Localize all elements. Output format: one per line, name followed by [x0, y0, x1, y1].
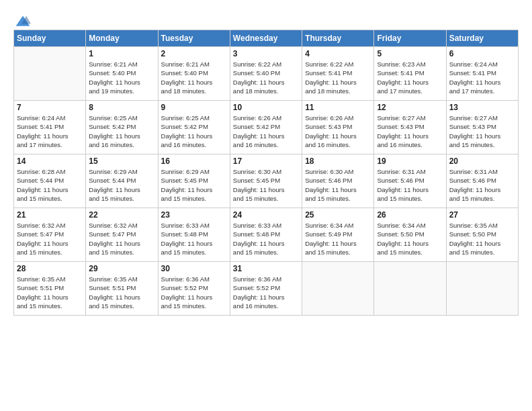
header-day-sunday: Sunday: [14, 30, 86, 47]
cell-day-number: 31: [233, 264, 299, 273]
cell-info: Sunrise: 6:26 AMSunset: 5:42 PMDaylight:…: [233, 113, 299, 149]
calendar-cell: 4Sunrise: 6:22 AMSunset: 5:41 PMDaylight…: [302, 47, 374, 101]
header-day-tuesday: Tuesday: [158, 30, 230, 47]
calendar-header-row: SundayMondayTuesdayWednesdayThursdayFrid…: [14, 30, 519, 47]
cell-info: Sunrise: 6:22 AMSunset: 5:41 PMDaylight:…: [305, 60, 371, 95]
cell-info: Sunrise: 6:35 AMSunset: 5:50 PMDaylight:…: [449, 221, 515, 257]
calendar-cell: 15Sunrise: 6:29 AMSunset: 5:44 PMDayligh…: [86, 154, 158, 208]
cell-info: Sunrise: 6:34 AMSunset: 5:50 PMDaylight:…: [377, 221, 443, 257]
header-day-thursday: Thursday: [302, 30, 374, 47]
header-day-wednesday: Wednesday: [230, 30, 302, 47]
calendar-cell: 13Sunrise: 6:27 AMSunset: 5:43 PMDayligh…: [446, 101, 518, 154]
calendar-week-row: 21Sunrise: 6:32 AMSunset: 5:47 PMDayligh…: [14, 208, 519, 262]
calendar-cell: [14, 47, 86, 101]
cell-day-number: 27: [449, 210, 515, 220]
calendar-body: 1Sunrise: 6:21 AMSunset: 5:40 PMDaylight…: [14, 47, 519, 316]
cell-day-number: 25: [305, 210, 371, 220]
calendar-cell: 11Sunrise: 6:26 AMSunset: 5:43 PMDayligh…: [302, 101, 374, 154]
calendar-cell: 20Sunrise: 6:31 AMSunset: 5:46 PMDayligh…: [446, 154, 518, 208]
calendar-table: SundayMondayTuesdayWednesdayThursdayFrid…: [13, 30, 519, 316]
calendar-cell: 10Sunrise: 6:26 AMSunset: 5:42 PMDayligh…: [230, 101, 302, 154]
cell-day-number: 12: [377, 103, 443, 112]
cell-day-number: 22: [89, 210, 154, 220]
header: [13, 11, 519, 27]
cell-info: Sunrise: 6:27 AMSunset: 5:43 PMDaylight:…: [377, 113, 443, 149]
cell-day-number: 2: [161, 49, 227, 58]
header-day-monday: Monday: [86, 30, 158, 47]
cell-day-number: 6: [449, 49, 515, 58]
cell-day-number: 18: [305, 156, 371, 166]
calendar-cell: 12Sunrise: 6:27 AMSunset: 5:43 PMDayligh…: [374, 101, 446, 154]
cell-day-number: 13: [449, 103, 515, 112]
calendar-week-row: 14Sunrise: 6:28 AMSunset: 5:44 PMDayligh…: [14, 154, 519, 208]
cell-info: Sunrise: 6:30 AMSunset: 5:45 PMDaylight:…: [233, 167, 299, 203]
cell-info: Sunrise: 6:35 AMSunset: 5:51 PMDaylight:…: [17, 275, 83, 310]
cell-day-number: 30: [161, 264, 227, 273]
cell-day-number: 21: [17, 210, 83, 220]
logo-icon: [15, 13, 31, 30]
cell-info: Sunrise: 6:31 AMSunset: 5:46 PMDaylight:…: [449, 167, 515, 203]
cell-day-number: 8: [89, 103, 154, 112]
calendar-cell: [302, 262, 374, 316]
calendar-cell: 16Sunrise: 6:29 AMSunset: 5:45 PMDayligh…: [158, 154, 230, 208]
cell-day-number: 28: [17, 264, 83, 273]
cell-day-number: 17: [233, 156, 299, 166]
cell-day-number: 10: [233, 103, 299, 112]
logo: [13, 13, 31, 27]
cell-day-number: 16: [161, 156, 227, 166]
calendar-cell: 27Sunrise: 6:35 AMSunset: 5:50 PMDayligh…: [446, 208, 518, 262]
calendar-cell: 7Sunrise: 6:24 AMSunset: 5:41 PMDaylight…: [14, 101, 86, 154]
cell-info: Sunrise: 6:23 AMSunset: 5:41 PMDaylight:…: [377, 60, 443, 95]
calendar-cell: 24Sunrise: 6:33 AMSunset: 5:48 PMDayligh…: [230, 208, 302, 262]
calendar-week-row: 7Sunrise: 6:24 AMSunset: 5:41 PMDaylight…: [14, 101, 519, 154]
cell-day-number: 4: [305, 49, 371, 58]
calendar-cell: [374, 262, 446, 316]
cell-day-number: 24: [233, 210, 299, 220]
cell-info: Sunrise: 6:24 AMSunset: 5:41 PMDaylight:…: [17, 113, 83, 149]
page: SundayMondayTuesdayWednesdayThursdayFrid…: [0, 0, 532, 411]
calendar-cell: 14Sunrise: 6:28 AMSunset: 5:44 PMDayligh…: [14, 154, 86, 208]
calendar-cell: 1Sunrise: 6:21 AMSunset: 5:40 PMDaylight…: [86, 47, 158, 101]
cell-day-number: 7: [17, 103, 83, 112]
cell-info: Sunrise: 6:25 AMSunset: 5:42 PMDaylight:…: [161, 113, 227, 149]
calendar-cell: 6Sunrise: 6:24 AMSunset: 5:41 PMDaylight…: [446, 47, 518, 101]
cell-info: Sunrise: 6:36 AMSunset: 5:52 PMDaylight:…: [233, 275, 299, 310]
calendar-week-row: 28Sunrise: 6:35 AMSunset: 5:51 PMDayligh…: [14, 262, 519, 316]
cell-info: Sunrise: 6:28 AMSunset: 5:44 PMDaylight:…: [17, 167, 83, 203]
calendar-cell: 22Sunrise: 6:32 AMSunset: 5:47 PMDayligh…: [86, 208, 158, 262]
calendar-cell: 29Sunrise: 6:35 AMSunset: 5:51 PMDayligh…: [86, 262, 158, 316]
calendar-cell: 23Sunrise: 6:33 AMSunset: 5:48 PMDayligh…: [158, 208, 230, 262]
cell-info: Sunrise: 6:33 AMSunset: 5:48 PMDaylight:…: [161, 221, 227, 257]
cell-day-number: 1: [89, 49, 154, 58]
cell-day-number: 14: [17, 156, 83, 166]
cell-info: Sunrise: 6:29 AMSunset: 5:45 PMDaylight:…: [161, 167, 227, 203]
cell-info: Sunrise: 6:31 AMSunset: 5:46 PMDaylight:…: [377, 167, 443, 203]
cell-info: Sunrise: 6:24 AMSunset: 5:41 PMDaylight:…: [449, 60, 515, 95]
cell-info: Sunrise: 6:26 AMSunset: 5:43 PMDaylight:…: [305, 113, 371, 149]
cell-info: Sunrise: 6:25 AMSunset: 5:42 PMDaylight:…: [89, 113, 154, 149]
cell-info: Sunrise: 6:29 AMSunset: 5:44 PMDaylight:…: [89, 167, 154, 203]
cell-info: Sunrise: 6:33 AMSunset: 5:48 PMDaylight:…: [233, 221, 299, 257]
cell-day-number: 29: [89, 264, 154, 273]
cell-info: Sunrise: 6:32 AMSunset: 5:47 PMDaylight:…: [89, 221, 154, 257]
cell-info: Sunrise: 6:36 AMSunset: 5:52 PMDaylight:…: [161, 275, 227, 310]
calendar-cell: 31Sunrise: 6:36 AMSunset: 5:52 PMDayligh…: [230, 262, 302, 316]
calendar-cell: 9Sunrise: 6:25 AMSunset: 5:42 PMDaylight…: [158, 101, 230, 154]
cell-info: Sunrise: 6:27 AMSunset: 5:43 PMDaylight:…: [449, 113, 515, 149]
cell-info: Sunrise: 6:21 AMSunset: 5:40 PMDaylight:…: [161, 60, 227, 95]
cell-day-number: 3: [233, 49, 299, 58]
cell-info: Sunrise: 6:21 AMSunset: 5:40 PMDaylight:…: [89, 60, 154, 95]
calendar-cell: 5Sunrise: 6:23 AMSunset: 5:41 PMDaylight…: [374, 47, 446, 101]
calendar-cell: 25Sunrise: 6:34 AMSunset: 5:49 PMDayligh…: [302, 208, 374, 262]
cell-day-number: 11: [305, 103, 371, 112]
cell-day-number: 20: [449, 156, 515, 166]
calendar-cell: 26Sunrise: 6:34 AMSunset: 5:50 PMDayligh…: [374, 208, 446, 262]
calendar-cell: 8Sunrise: 6:25 AMSunset: 5:42 PMDaylight…: [86, 101, 158, 154]
calendar-week-row: 1Sunrise: 6:21 AMSunset: 5:40 PMDaylight…: [14, 47, 519, 101]
header-day-friday: Friday: [374, 30, 446, 47]
cell-day-number: 26: [377, 210, 443, 220]
calendar-cell: 28Sunrise: 6:35 AMSunset: 5:51 PMDayligh…: [14, 262, 86, 316]
cell-day-number: 19: [377, 156, 443, 166]
calendar-cell: 2Sunrise: 6:21 AMSunset: 5:40 PMDaylight…: [158, 47, 230, 101]
cell-info: Sunrise: 6:30 AMSunset: 5:46 PMDaylight:…: [305, 167, 371, 203]
